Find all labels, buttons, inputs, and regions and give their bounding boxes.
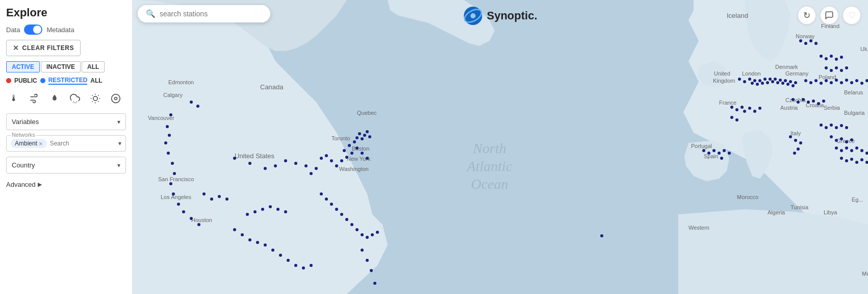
svg-point-154 (781, 82, 784, 85)
svg-point-72 (233, 157, 236, 160)
svg-point-116 (246, 213, 249, 216)
rain-icon[interactable] (67, 91, 83, 106)
data-toggle[interactable] (24, 24, 42, 35)
x-icon: ✕ (13, 44, 19, 52)
chip-remove-icon[interactable]: × (39, 140, 43, 147)
variables-dropdown[interactable]: Variables ▾ (6, 113, 126, 130)
svg-point-173 (730, 106, 733, 109)
access-restricted-button[interactable]: RESTRICTED (48, 77, 88, 85)
svg-point-212 (820, 55, 823, 58)
svg-text:Quebec: Quebec (357, 110, 377, 116)
data-toggle-switch[interactable] (24, 24, 42, 35)
clear-filters-button[interactable]: ✕ CLEAR FILTERS (6, 40, 81, 56)
fire-icon[interactable] (47, 91, 62, 106)
svg-point-174 (735, 108, 738, 111)
svg-point-91 (355, 146, 359, 150)
svg-line-10 (92, 101, 93, 102)
svg-point-62 (164, 141, 167, 144)
svg-point-146 (761, 82, 764, 85)
svg-text:Los Angeles: Los Angeles (161, 194, 191, 200)
synoptic-logo: Synoptic. (463, 6, 537, 26)
search-bar: 🔍 (138, 5, 270, 22)
svg-point-83 (330, 159, 333, 162)
svg-point-180 (730, 116, 733, 119)
thermometer-icon[interactable]: 🌡 (6, 91, 21, 106)
svg-point-60 (166, 125, 169, 128)
sun-icon[interactable] (88, 91, 103, 106)
svg-point-111 (358, 132, 361, 135)
svg-point-202 (850, 149, 853, 152)
svg-point-130 (264, 243, 267, 247)
svg-point-168 (845, 79, 848, 82)
wind-icon[interactable] (27, 91, 42, 106)
svg-point-68 (177, 203, 180, 206)
settings-circle-icon[interactable] (108, 91, 123, 106)
svg-point-94 (320, 192, 323, 195)
svg-point-190 (794, 139, 797, 142)
svg-point-82 (325, 154, 328, 157)
svg-point-90 (353, 140, 356, 143)
svg-point-165 (830, 81, 833, 84)
svg-point-156 (786, 83, 789, 86)
svg-point-188 (720, 157, 723, 160)
networks-search-input[interactable] (50, 140, 81, 147)
svg-point-142 (751, 82, 754, 85)
variables-chevron-icon: ▾ (117, 118, 120, 126)
svg-point-110 (355, 136, 359, 139)
svg-point-177 (748, 107, 751, 110)
svg-point-191 (799, 141, 802, 144)
advanced-row[interactable]: Advanced ▶ (6, 181, 126, 188)
svg-point-206 (840, 157, 843, 160)
svg-point-187 (728, 152, 731, 155)
svg-point-84 (335, 164, 338, 167)
networks-dropdown[interactable]: Networks Ambient × ▾ (6, 135, 126, 152)
country-dropdown[interactable]: Country ▾ (6, 157, 126, 174)
svg-point-70 (190, 217, 193, 220)
svg-point-160 (804, 79, 807, 82)
svg-point-129 (256, 241, 259, 244)
svg-point-153 (779, 79, 782, 82)
svg-text:Ocean: Ocean (471, 176, 508, 192)
search-input[interactable] (160, 10, 262, 18)
svg-point-184 (712, 149, 716, 152)
refresh-button[interactable]: ↻ (798, 6, 816, 24)
svg-text:Iceland: Iceland (727, 12, 748, 19)
svg-point-147 (763, 78, 767, 81)
svg-text:Portugal: Portugal (691, 143, 712, 149)
access-public-button[interactable]: PUBLIC (14, 77, 37, 84)
country-label: Country (12, 161, 35, 169)
svg-point-236 (830, 69, 833, 72)
status-all-button[interactable]: ALL (82, 61, 105, 72)
status-active-button[interactable]: ACTIVE (6, 61, 40, 72)
svg-point-134 (294, 264, 297, 267)
svg-point-220 (809, 39, 812, 42)
search-icon: 🔍 (146, 9, 156, 18)
svg-text:London: London (742, 70, 761, 77)
heart-button[interactable]: ♡ (843, 6, 861, 24)
svg-line-6 (92, 95, 93, 96)
svg-point-213 (825, 57, 828, 60)
svg-point-162 (814, 79, 818, 82)
svg-text:Uk...: Uk... (860, 46, 868, 52)
access-filter-row: PUBLIC RESTRICTED ALL (6, 77, 126, 85)
svg-point-209 (855, 161, 858, 164)
svg-point-121 (284, 210, 287, 213)
public-dot (6, 78, 11, 83)
svg-point-77 (294, 162, 297, 165)
svg-point-143 (753, 79, 756, 82)
svg-point-149 (769, 78, 772, 81)
message-button[interactable] (820, 6, 838, 24)
access-all-button[interactable]: ALL (90, 77, 102, 84)
svg-point-216 (840, 56, 843, 59)
svg-text:Morocco: Morocco (737, 194, 758, 200)
ambient-chip[interactable]: Ambient × (11, 139, 47, 148)
svg-point-93 (366, 157, 369, 160)
status-inactive-button[interactable]: INACTIVE (41, 61, 81, 72)
svg-point-78 (304, 164, 308, 167)
svg-point-120 (276, 208, 279, 211)
svg-text:Toronto: Toronto (331, 135, 350, 141)
svg-point-61 (168, 134, 171, 137)
sidebar: Explore Data Metadata ✕ CLEAR FILTERS AC… (0, 0, 133, 294)
svg-point-96 (330, 203, 333, 206)
map-area[interactable]: North Atlantic Ocean Iceland Canada Unit… (133, 0, 868, 294)
